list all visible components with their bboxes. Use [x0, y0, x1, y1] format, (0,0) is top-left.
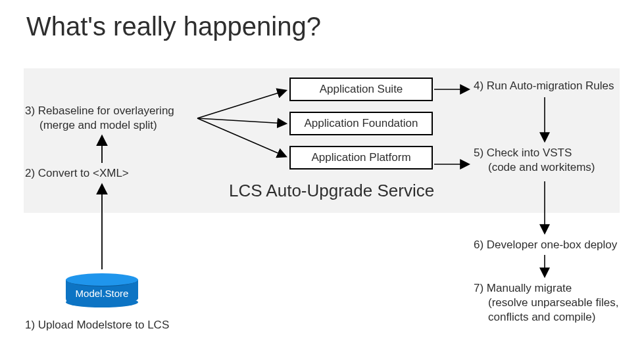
modelstore-label: Model.Store — [66, 288, 138, 299]
step-1: 1) Upload Modelstore to LCS — [25, 318, 169, 332]
step-7: 7) Manually migrate (resolve unparseable… — [474, 281, 625, 325]
slide-title: What's really happening? — [26, 12, 321, 41]
step-7-line3: conflicts and compile) — [474, 310, 625, 325]
step-5: 5) Check into VSTS (code and workitems) — [474, 146, 625, 175]
box-application-foundation: Application Foundation — [289, 112, 433, 135]
step-3: 3) Rebaseline for overlayering (merge an… — [25, 104, 196, 133]
box-application-suite: Application Suite — [289, 78, 433, 101]
step-5-line1: 5) Check into VSTS — [474, 147, 572, 159]
modelstore-database-icon: Model.Store — [66, 273, 138, 311]
lcs-service-label: LCS Auto-Upgrade Service — [229, 181, 434, 201]
step-4: 4) Run Auto-migration Rules — [474, 79, 614, 93]
step-6: 6) Developer one-box deploy — [474, 238, 617, 252]
step-3-line1: 3) Rebaseline for overlayering — [25, 104, 174, 117]
step-3-line2: (merge and model split) — [25, 118, 196, 133]
step-2: 2) Convert to <XML> — [25, 166, 129, 181]
step-7-line1: 7) Manually migrate — [474, 282, 572, 294]
step-7-line2: (resolve unparseable files, — [474, 296, 625, 310]
step-5-line2: (code and workitems) — [474, 160, 625, 175]
box-application-platform: Application Platform — [289, 146, 433, 170]
